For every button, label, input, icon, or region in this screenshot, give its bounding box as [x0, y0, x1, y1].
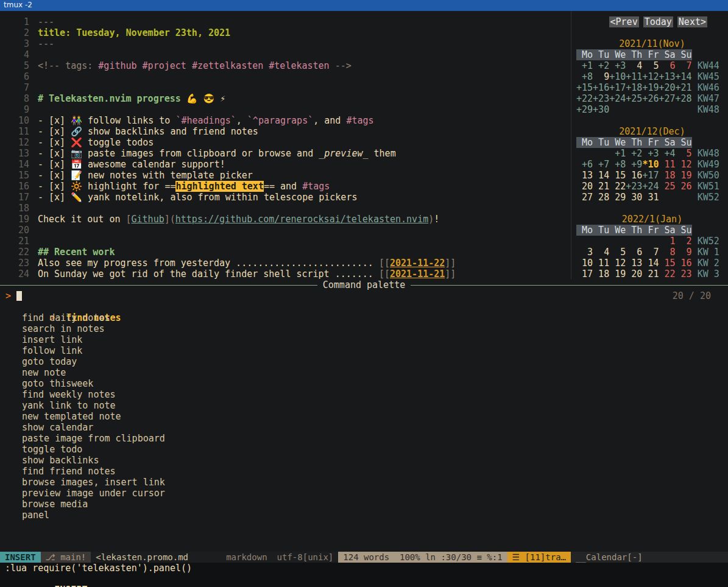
- calendar-day[interactable]: +17: [642, 170, 659, 181]
- calendar-day[interactable]: 7: [676, 60, 692, 71]
- calendar-day[interactable]: +14: [676, 71, 692, 82]
- calendar-day[interactable]: 13: [626, 258, 642, 269]
- palette-item[interactable]: insert link: [5, 334, 728, 345]
- calendar-day[interactable]: 28: [593, 192, 609, 203]
- calendar-day[interactable]: +1: [576, 60, 593, 71]
- palette-item[interactable]: yank link to note: [5, 400, 728, 411]
- calendar-day[interactable]: 26: [676, 181, 692, 192]
- calendar-day[interactable]: 6: [659, 60, 675, 71]
- palette-item[interactable]: browse media: [5, 499, 728, 510]
- calendar-day[interactable]: 11: [593, 258, 609, 269]
- calendar-day[interactable]: +22: [576, 93, 593, 104]
- calendar-day[interactable]: +27: [659, 93, 675, 104]
- calendar-day[interactable]: 15: [609, 170, 626, 181]
- calendar-next-button[interactable]: Next>: [677, 16, 707, 27]
- calendar-day[interactable]: 4: [593, 247, 609, 258]
- calendar-day[interactable]: 5: [676, 148, 692, 159]
- calendar-day[interactable]: 31: [642, 192, 659, 203]
- calendar-day[interactable]: 20: [626, 269, 642, 279]
- calendar-day[interactable]: 5: [642, 60, 659, 71]
- calendar-day[interactable]: +1: [609, 148, 626, 159]
- calendar-day[interactable]: +24: [609, 93, 626, 104]
- palette-item[interactable]: new note: [5, 367, 728, 378]
- palette-item[interactable]: panel: [5, 510, 728, 521]
- palette-item[interactable]: paste image from clipboard: [5, 433, 728, 444]
- calendar-day[interactable]: 13: [576, 170, 593, 181]
- calendar-day[interactable]: 8: [659, 247, 675, 258]
- calendar-day[interactable]: 20: [576, 181, 593, 192]
- calendar-day[interactable]: 16: [626, 170, 642, 181]
- calendar-day[interactable]: +7: [593, 159, 609, 170]
- calendar-day[interactable]: 22: [609, 181, 626, 192]
- calendar-day[interactable]: +30: [593, 104, 609, 115]
- calendar-today-button[interactable]: Today: [643, 16, 673, 27]
- calendar-day[interactable]: +20: [659, 82, 675, 93]
- calendar-day[interactable]: 3: [576, 247, 593, 258]
- calendar-day[interactable]: *10: [642, 159, 659, 170]
- calendar-day[interactable]: 15: [659, 258, 675, 269]
- calendar-day[interactable]: +25: [626, 93, 642, 104]
- calendar-day[interactable]: 4: [626, 60, 642, 71]
- calendar-day[interactable]: +18: [626, 82, 642, 93]
- calendar-day[interactable]: 11: [659, 159, 675, 170]
- calendar-day[interactable]: 9: [593, 71, 609, 82]
- calendar-day[interactable]: +2: [626, 148, 642, 159]
- palette-item[interactable]: search in notes: [5, 323, 728, 334]
- calendar-day[interactable]: +19: [642, 82, 659, 93]
- calendar-day[interactable]: +10: [609, 71, 626, 82]
- palette-prompt-input[interactable]: > 20 / 20: [5, 290, 728, 301]
- calendar-day[interactable]: +8: [609, 159, 626, 170]
- calendar-day[interactable]: 16: [676, 258, 692, 269]
- editor-pane[interactable]: 1---2title: Tuesday, November 23th, 2021…: [0, 11, 571, 279]
- calendar-day[interactable]: +17: [609, 82, 626, 93]
- wiki-link[interactable]: 2021-11-21: [390, 269, 445, 279]
- palette-item[interactable]: goto thisweek: [5, 378, 728, 389]
- calendar-day[interactable]: +28: [676, 93, 692, 104]
- calendar-day[interactable]: 25: [659, 181, 675, 192]
- palette-selected-item[interactable]: >find notes: [5, 301, 728, 312]
- calendar-day[interactable]: 14: [593, 170, 609, 181]
- calendar-day[interactable]: 19: [609, 269, 626, 279]
- calendar-day[interactable]: 5: [609, 247, 626, 258]
- palette-item[interactable]: toggle todo: [5, 444, 728, 455]
- calendar-day[interactable]: 27: [576, 192, 593, 203]
- palette-item[interactable]: preview image under cursor: [5, 488, 728, 499]
- calendar-day[interactable]: 6: [626, 247, 642, 258]
- wiki-link[interactable]: 2021-11-22: [390, 258, 445, 269]
- calendar-day[interactable]: 9: [676, 247, 692, 258]
- calendar-day[interactable]: 14: [642, 258, 659, 269]
- calendar-day[interactable]: 1: [659, 236, 675, 247]
- calendar-day[interactable]: +23: [626, 181, 642, 192]
- calendar-day[interactable]: +3: [642, 148, 659, 159]
- calendar-day[interactable]: 18: [659, 170, 675, 181]
- calendar-day[interactable]: 17: [576, 269, 593, 279]
- calendar-pane[interactable]: <PrevTodayNext> 2021/11(Nov) Mo Tu We Th…: [571, 11, 728, 279]
- palette-item[interactable]: follow link: [5, 345, 728, 356]
- hyperlink[interactable]: Github: [132, 214, 164, 225]
- palette-item[interactable]: show backlinks: [5, 455, 728, 466]
- calendar-day[interactable]: +12: [642, 71, 659, 82]
- calendar-day[interactable]: 12: [676, 159, 692, 170]
- calendar-day[interactable]: +16: [593, 82, 609, 93]
- palette-item[interactable]: new templated note: [5, 411, 728, 422]
- calendar-day[interactable]: 10: [576, 258, 593, 269]
- command-line[interactable]: :lua require('telekasten').panel(): [0, 563, 728, 574]
- calendar-day[interactable]: +2: [593, 60, 609, 71]
- palette-item[interactable]: show calendar: [5, 422, 728, 433]
- calendar-day[interactable]: 22: [659, 269, 675, 279]
- palette-item[interactable]: goto today: [5, 356, 728, 367]
- calendar-prev-button[interactable]: <Prev: [609, 16, 639, 27]
- palette-item[interactable]: browse images, insert link: [5, 477, 728, 488]
- calendar-day[interactable]: +29: [576, 104, 593, 115]
- palette-item[interactable]: find weekly notes: [5, 389, 728, 400]
- calendar-day[interactable]: 18: [593, 269, 609, 279]
- calendar-day[interactable]: 23: [676, 269, 692, 279]
- calendar-day[interactable]: +24: [642, 181, 659, 192]
- calendar-day[interactable]: +26: [642, 93, 659, 104]
- calendar-day[interactable]: 19: [676, 170, 692, 181]
- calendar-day[interactable]: +13: [659, 71, 675, 82]
- calendar-day[interactable]: 29: [609, 192, 626, 203]
- calendar-day[interactable]: 21: [642, 269, 659, 279]
- calendar-day[interactable]: +3: [609, 60, 626, 71]
- calendar-day[interactable]: +23: [593, 93, 609, 104]
